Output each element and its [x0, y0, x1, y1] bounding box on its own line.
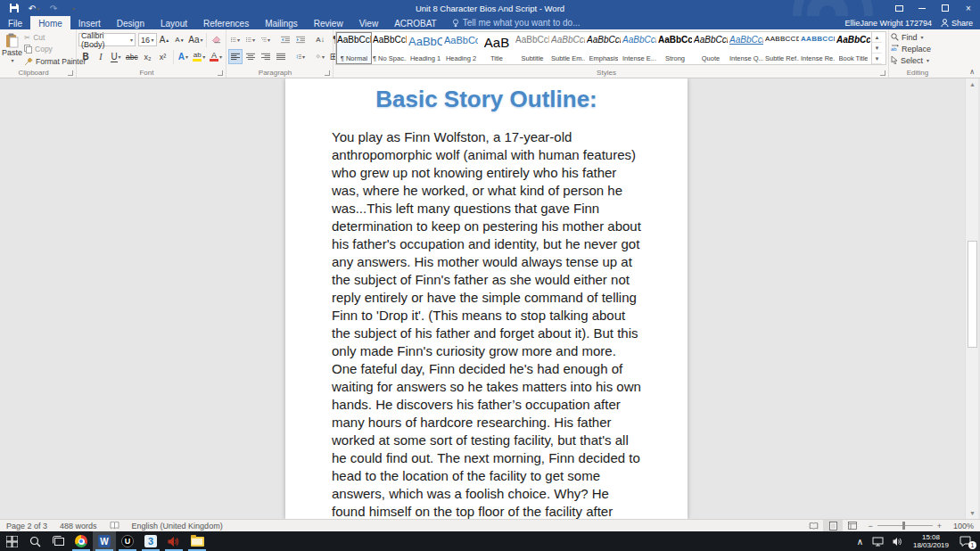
- tab-acrobat[interactable]: ACROBAT: [386, 16, 445, 29]
- signed-in-user[interactable]: EllieJane Wright 172794: [845, 19, 932, 28]
- style-no-spacing[interactable]: AaBbCcDc¶ No Spac...: [372, 32, 408, 64]
- shrink-font-button[interactable]: A▼: [173, 32, 187, 47]
- scroll-up-arrow[interactable]: ▲: [966, 78, 979, 90]
- taskbar-search-button[interactable]: [23, 531, 46, 551]
- italic-button[interactable]: I: [94, 49, 108, 64]
- styles-more-button[interactable]: ▼: [872, 53, 882, 64]
- style-subtle-emphasis[interactable]: AaBbCcDSubtle Em...: [550, 32, 586, 64]
- scroll-down-arrow[interactable]: ▼: [966, 507, 979, 519]
- clear-formatting-button[interactable]: [210, 32, 224, 47]
- justify-button[interactable]: [274, 49, 288, 64]
- style-intense-emphasis[interactable]: AaBbCcDcIntense E...: [622, 32, 657, 64]
- style-intense-quote[interactable]: AaBbCcDcIntense Q...: [729, 32, 764, 64]
- increase-indent-button[interactable]: [293, 32, 308, 47]
- page-indicator[interactable]: Page 2 of 3: [0, 520, 54, 531]
- redo-button[interactable]: ↷: [45, 1, 62, 15]
- action-center-button[interactable]: 1: [954, 531, 980, 551]
- style-quote[interactable]: AaBbCcDcQuote: [693, 32, 729, 64]
- taskbar-3ds-max[interactable]: 3: [139, 531, 162, 551]
- style-heading-1[interactable]: AaBbC(Heading 1: [408, 32, 443, 64]
- font-family-select[interactable]: Calibri (Body)▾: [78, 33, 136, 46]
- volume-icon[interactable]: [888, 531, 908, 551]
- style-normal[interactable]: AaBbCcDc¶ Normal: [336, 32, 372, 64]
- customize-qat-button[interactable]: ▾: [64, 1, 82, 15]
- taskbar-unreal-engine[interactable]: U: [116, 531, 139, 551]
- zoom-out-button[interactable]: −: [868, 522, 872, 530]
- style-heading-2[interactable]: AaBbCcDHeading 2: [443, 32, 479, 64]
- align-right-button[interactable]: [259, 49, 273, 64]
- style-emphasis[interactable]: AaBbCcDcEmphasis: [586, 32, 622, 64]
- task-view-button[interactable]: [46, 531, 70, 551]
- taskbar-chrome[interactable]: [70, 531, 93, 551]
- save-button[interactable]: [5, 1, 23, 15]
- zoom-slider[interactable]: [877, 525, 933, 526]
- font-dialog-launcher[interactable]: [218, 70, 223, 76]
- tab-mailings[interactable]: Mailings: [257, 16, 306, 29]
- font-size-select[interactable]: 16▾: [138, 33, 157, 46]
- style-subtle-reference[interactable]: AABBCCDCSubtle Ref...: [764, 32, 800, 64]
- collapse-ribbon-button[interactable]: ∧: [969, 68, 975, 76]
- tab-view[interactable]: View: [351, 16, 387, 29]
- styles-scroll-down-button[interactable]: ▼: [872, 43, 882, 53]
- minimize-button[interactable]: [910, 0, 934, 16]
- text-effects-button[interactable]: A▾: [176, 49, 190, 64]
- web-layout-button[interactable]: [843, 520, 862, 531]
- style-intense-reference[interactable]: AABBCCDCIntense Re...: [800, 32, 836, 64]
- subscript-button[interactable]: x₂: [141, 49, 155, 64]
- bullets-button[interactable]: ▾: [228, 32, 243, 47]
- clipboard-dialog-launcher[interactable]: [68, 70, 73, 76]
- tab-home[interactable]: Home: [30, 16, 70, 29]
- highlight-color-button[interactable]: ab▾: [191, 49, 207, 64]
- restore-button[interactable]: [934, 0, 957, 16]
- numbering-button[interactable]: ▾: [243, 32, 258, 47]
- strikethrough-button[interactable]: abc: [124, 49, 140, 64]
- line-spacing-button[interactable]: ▾: [293, 49, 308, 64]
- style-subtitle[interactable]: AaBbCcDSubtitle: [515, 32, 550, 64]
- grow-font-button[interactable]: A▲: [158, 32, 172, 47]
- style-title[interactable]: AaBTitle: [479, 32, 515, 64]
- vertical-scrollbar[interactable]: ▲ ▼: [965, 78, 978, 519]
- zoom-level[interactable]: 100%: [947, 520, 980, 531]
- styles-dialog-launcher[interactable]: [880, 70, 885, 76]
- replace-button[interactable]: ab Replace: [891, 43, 944, 54]
- align-center-button[interactable]: [243, 49, 258, 64]
- start-button[interactable]: [0, 531, 23, 551]
- taskbar-media-app[interactable]: [162, 531, 185, 551]
- language-indicator[interactable]: English (United Kingdom): [126, 520, 229, 531]
- ribbon-display-options-button[interactable]: [887, 0, 910, 16]
- style-book-title[interactable]: AaBbCcDcBook Title: [836, 32, 871, 64]
- zoom-slider-thumb[interactable]: [902, 522, 905, 530]
- tab-file[interactable]: File: [0, 16, 30, 29]
- sort-button[interactable]: A↓: [313, 32, 327, 47]
- undo-button[interactable]: ↶▾: [25, 1, 43, 15]
- align-left-button[interactable]: [228, 49, 243, 64]
- tab-references[interactable]: References: [195, 16, 257, 29]
- find-button[interactable]: Find▾: [891, 31, 944, 43]
- share-button[interactable]: Share: [941, 19, 973, 28]
- hidden-icons-button[interactable]: ∧: [852, 531, 868, 551]
- taskbar-clock[interactable]: 15:08 18/03/2019: [908, 533, 954, 549]
- multilevel-list-button[interactable]: ▾: [259, 32, 273, 47]
- print-layout-button[interactable]: [823, 520, 843, 531]
- network-icon[interactable]: [868, 531, 888, 551]
- select-button[interactable]: Select▾: [891, 54, 944, 66]
- change-case-button[interactable]: Aa▾: [188, 32, 204, 47]
- paste-button[interactable]: Paste ▾: [2, 31, 22, 67]
- proofing-status[interactable]: [103, 520, 126, 531]
- undo-dropdown-icon[interactable]: ▾: [37, 5, 39, 12]
- scrollbar-thumb[interactable]: [968, 241, 977, 348]
- taskbar-word[interactable]: W: [93, 531, 116, 551]
- zoom-in-button[interactable]: +: [937, 522, 942, 530]
- tab-review[interactable]: Review: [306, 16, 351, 29]
- word-count[interactable]: 488 words: [54, 520, 103, 531]
- tab-insert[interactable]: Insert: [70, 16, 109, 29]
- paste-dropdown-icon[interactable]: ▾: [12, 57, 14, 63]
- shading-button[interactable]: ▾: [313, 49, 327, 64]
- paragraph-dialog-launcher[interactable]: [325, 70, 330, 76]
- tab-layout[interactable]: Layout: [152, 16, 195, 29]
- font-color-button[interactable]: A▾: [208, 49, 224, 64]
- underline-button[interactable]: U▾: [109, 49, 123, 64]
- read-mode-button[interactable]: [803, 520, 823, 531]
- decrease-indent-button[interactable]: [278, 32, 292, 47]
- tab-design[interactable]: Design: [109, 16, 152, 29]
